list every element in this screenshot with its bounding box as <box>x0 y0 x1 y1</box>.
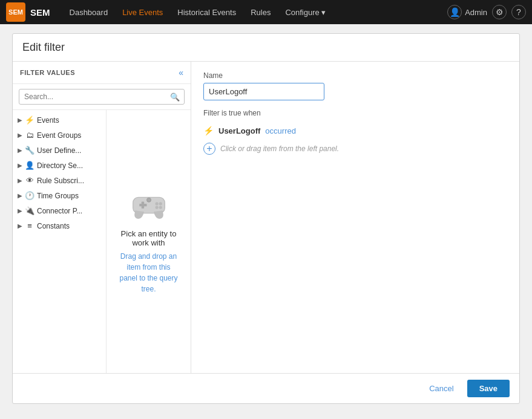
filter-condition-label: Filter is true when <box>203 109 507 117</box>
add-hint-text: Click or drag item from the left panel. <box>220 145 339 153</box>
connector-icon: 🔌 <box>25 206 34 215</box>
nav-dashboard[interactable]: Dashboard <box>62 0 116 24</box>
svg-point-3 <box>155 202 158 205</box>
tree-label-rule-subscri: Rule Subscri... <box>37 177 84 185</box>
user-menu[interactable]: 👤 Admin <box>447 5 487 19</box>
page-body: FILTER VALUES « 🔍 ▶ ⚡ Events <box>13 62 519 373</box>
add-condition-icon[interactable]: + <box>203 143 215 155</box>
nav-historical-events[interactable]: Historical Events <box>170 0 243 24</box>
controller-illustration <box>128 189 170 222</box>
user-avatar-icon: 👤 <box>447 5 462 19</box>
tree-label-constants: Constants <box>37 222 70 230</box>
nav-live-events[interactable]: Live Events <box>115 0 170 24</box>
condition-row: ⚡ UserLogoff occurred <box>203 122 507 139</box>
top-nav: SEM SEM Dashboard Live Events Historical… <box>0 0 532 24</box>
filter-values-header: FILTER VALUES « <box>13 62 191 84</box>
tree-item-events[interactable]: ▶ ⚡ Events <box>13 112 106 128</box>
svg-point-7 <box>146 198 151 202</box>
tree-arrow: ▶ <box>18 177 22 184</box>
svg-rect-2 <box>141 201 143 208</box>
tree-arrow: ▶ <box>18 132 22 138</box>
time-groups-icon: 🕐 <box>25 191 34 200</box>
tree-arrow: ▶ <box>18 222 22 229</box>
user-define-icon: 🔧 <box>25 146 34 155</box>
condition-event-icon: ⚡ <box>203 126 214 135</box>
app-name: SEM <box>30 7 50 18</box>
page-title: Edit filter <box>22 41 510 54</box>
page-footer: Cancel Save <box>13 373 519 403</box>
collapse-icon[interactable]: « <box>179 68 183 77</box>
tree-item-rule-subscri[interactable]: ▶ 👁 Rule Subscri... <box>13 173 106 188</box>
tree-arrow: ▶ <box>18 162 22 169</box>
main-content: Edit filter FILTER VALUES « 🔍 ▶ <box>0 24 532 419</box>
condition-group: Filter is true when ⚡ UserLogoff occurre… <box>203 109 507 158</box>
page-card: Edit filter FILTER VALUES « 🔍 ▶ <box>12 33 520 404</box>
events-icon: ⚡ <box>25 115 34 125</box>
tree-label-directory: Directory Se... <box>37 161 83 170</box>
directory-icon: 👤 <box>25 161 34 170</box>
svg-point-5 <box>155 206 158 209</box>
tree-item-event-groups[interactable]: ▶ 🗂 Event Groups <box>13 128 106 143</box>
page-header: Edit filter <box>13 34 519 62</box>
settings-icon[interactable]: ⚙ <box>492 5 507 19</box>
tree-item-user-define[interactable]: ▶ 🔧 User Define... <box>13 143 106 158</box>
add-condition-row: + Click or drag item from the left panel… <box>203 139 507 158</box>
condition-name: UserLogoff <box>218 126 260 135</box>
svg-point-4 <box>159 202 162 205</box>
event-groups-icon: 🗂 <box>25 131 34 140</box>
tree-item-connector[interactable]: ▶ 🔌 Connector P... <box>13 203 106 218</box>
tree-arrow: ▶ <box>18 192 22 199</box>
name-field-label: Name <box>203 71 507 80</box>
tree-panel: ▶ ⚡ Events ▶ 🗂 Event Groups ▶ 🔧 Us <box>13 110 191 373</box>
cancel-button[interactable]: Cancel <box>422 380 461 397</box>
user-name: Admin <box>465 8 487 17</box>
nav-right: 👤 Admin ⚙ ? <box>447 5 526 19</box>
tree-list: ▶ ⚡ Events ▶ 🗂 Event Groups ▶ 🔧 Us <box>13 110 107 373</box>
nav-rules[interactable]: Rules <box>243 0 278 24</box>
tree-label-connector: Connector P... <box>37 207 82 215</box>
name-field-group: Name <box>203 71 507 100</box>
svg-point-6 <box>159 206 162 209</box>
left-panel: FILTER VALUES « 🔍 ▶ ⚡ Events <box>13 62 191 373</box>
tree-item-time-groups[interactable]: ▶ 🕐 Time Groups <box>13 188 106 203</box>
drag-area: Pick an entity to work with Drag and dro… <box>107 110 191 373</box>
drag-title: Pick an entity to work with <box>119 229 179 247</box>
condition-occurred: occurred <box>265 126 296 135</box>
tree-arrow: ▶ <box>18 147 22 154</box>
tree-item-directory[interactable]: ▶ 👤 Directory Se... <box>13 158 106 173</box>
search-input[interactable] <box>19 89 185 105</box>
tree-label-event-groups: Event Groups <box>37 131 81 140</box>
tree-label-events: Events <box>37 116 59 125</box>
tree-label-time-groups: Time Groups <box>37 192 79 200</box>
constants-icon: ≡ <box>25 221 34 230</box>
tree-label-user-define: User Define... <box>37 146 81 155</box>
right-panel: Name Filter is true when ⚡ UserLogoff oc… <box>191 62 519 373</box>
app-logo: SEM <box>6 2 25 22</box>
logo-text: SEM <box>8 8 23 16</box>
tree-arrow: ▶ <box>18 207 22 214</box>
name-input[interactable] <box>203 83 324 100</box>
save-button[interactable]: Save <box>467 380 510 397</box>
rule-subscri-icon: 👁 <box>25 176 34 185</box>
help-icon[interactable]: ? <box>511 5 526 19</box>
tree-item-constants[interactable]: ▶ ≡ Constants <box>13 218 106 233</box>
nav-configure[interactable]: Configure ▾ <box>278 0 333 24</box>
drag-subtitle: Drag and drop an item from this panel to… <box>119 251 179 294</box>
search-box: 🔍 <box>13 84 191 110</box>
filter-values-title: FILTER VALUES <box>20 69 75 76</box>
search-icon[interactable]: 🔍 <box>170 93 180 102</box>
tree-arrow: ▶ <box>18 117 22 123</box>
